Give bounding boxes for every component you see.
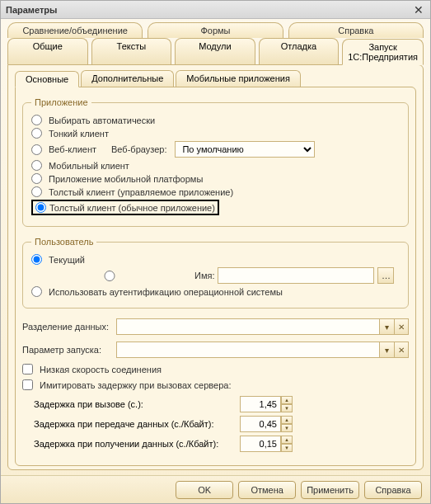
spin-down-recv[interactable]: ▼: [281, 444, 293, 452]
application-group: Приложение Выбирать автоматически Тонкий…: [22, 97, 409, 227]
label-thin: Тонкий клиент: [49, 129, 109, 139]
input-launch-param[interactable]: [116, 341, 379, 358]
tab-launch-1c[interactable]: Запуск 1С:Предприятия: [342, 39, 424, 65]
close-icon[interactable]: ✕: [412, 3, 425, 16]
select-web-browser[interactable]: По умолчанию: [175, 141, 315, 158]
tabs-upper-row: Сравнение/объединение Формы Справка: [1, 19, 430, 38]
label-user-name: Имя:: [194, 271, 214, 280]
tab-panel: Основные Дополнительные Мобильные прилож…: [7, 64, 424, 470]
tab-texts[interactable]: Тексты: [91, 38, 172, 64]
subpanel-main: Приложение Выбирать автоматически Тонкий…: [15, 87, 416, 466]
launch-param-clear-icon[interactable]: ✕: [394, 341, 409, 358]
row-launch-param: Параметр запуска: ▾ ✕: [22, 341, 409, 358]
radio-web[interactable]: [31, 144, 42, 155]
radio-auto[interactable]: [31, 115, 42, 125]
user-group: Пользователь Текущий Имя: … Использовать…: [22, 237, 409, 309]
label-mobile-client: Мобильный клиент: [49, 161, 129, 171]
label-delay-call: Задержка при вызове (с.):: [34, 399, 240, 409]
spin-up-call[interactable]: ▲: [281, 396, 293, 404]
help-button[interactable]: Справка: [364, 481, 422, 499]
data-separation-dropdown-icon[interactable]: ▾: [379, 318, 394, 335]
user-legend: Пользователь: [31, 237, 96, 247]
delay-group: Задержка при вызове (с.): ▲▼ Задержка пр…: [34, 393, 409, 455]
label-auto: Выбирать автоматически: [49, 115, 155, 125]
tab-general[interactable]: Общие: [7, 38, 88, 64]
user-name-browse-button[interactable]: …: [377, 267, 394, 284]
tab-help-upper[interactable]: Справка: [288, 22, 424, 38]
input-delay-call[interactable]: [240, 396, 281, 412]
input-delay-send[interactable]: [240, 416, 281, 432]
titlebar: Параметры ✕: [1, 1, 430, 19]
highlight-thick-ordinary: Толстый клиент (обычное приложение): [31, 200, 219, 215]
label-slow-connection: Низкая скорость соединения: [40, 365, 162, 374]
input-delay-recv[interactable]: [240, 436, 281, 452]
label-thick-ordinary: Толстый клиент (обычное приложение): [49, 203, 215, 213]
parameters-window: Параметры ✕ Сравнение/объединение Формы …: [0, 0, 431, 504]
label-launch-param: Параметр запуска:: [22, 345, 111, 355]
subtab-mobile-apps[interactable]: Мобильные приложения: [176, 70, 301, 87]
label-current-user: Текущий: [49, 255, 85, 265]
tabs-lower-row: Общие Тексты Модули Отладка Запуск 1С:Пр…: [1, 38, 430, 64]
application-legend: Приложение: [31, 97, 91, 107]
label-delay-send: Задержка при передаче данных (с./Кбайт):: [34, 419, 240, 429]
window-title: Параметры: [6, 5, 412, 15]
ok-button[interactable]: OK: [176, 481, 233, 499]
radio-current-user[interactable]: [31, 254, 42, 265]
radio-mobile-platform[interactable]: [31, 173, 42, 184]
apply-button[interactable]: Применить: [301, 481, 359, 499]
label-data-separation: Разделение данных:: [22, 322, 111, 332]
label-web: Веб-клиент: [49, 144, 96, 154]
label-os-auth: Использовать аутентификацию операционной…: [49, 287, 283, 297]
label-web-browser: Веб-браузер:: [111, 144, 166, 154]
checkbox-slow-connection[interactable]: [22, 364, 33, 374]
subtab-additional[interactable]: Дополнительные: [81, 70, 174, 87]
footer: OK Отмена Применить Справка: [1, 475, 430, 503]
spin-up-send[interactable]: ▲: [281, 416, 293, 424]
radio-thin[interactable]: [31, 128, 42, 139]
radio-user-name[interactable]: [31, 271, 188, 281]
tab-debug[interactable]: Отладка: [259, 38, 340, 64]
radio-os-auth[interactable]: [31, 286, 42, 297]
row-data-separation: Разделение данных: ▾ ✕: [22, 318, 409, 335]
checkbox-simulate-delay[interactable]: [22, 379, 33, 390]
radio-thick-ordinary[interactable]: [35, 202, 46, 213]
subtabs: Основные Дополнительные Мобильные прилож…: [10, 68, 421, 87]
cancel-button[interactable]: Отмена: [238, 481, 296, 499]
tab-forms[interactable]: Формы: [148, 22, 283, 38]
label-simulate-delay: Имитировать задержку при вызовах сервера…: [40, 380, 231, 390]
spin-up-recv[interactable]: ▲: [281, 436, 293, 444]
label-delay-recv: Задержка при получении данных (с./Кбайт)…: [34, 439, 240, 449]
label-mobile-platform: Приложение мобильной платформы: [49, 174, 203, 184]
tab-compare[interactable]: Сравнение/объединение: [7, 22, 143, 38]
spin-down-send[interactable]: ▼: [281, 424, 293, 432]
radio-thick-managed[interactable]: [31, 186, 42, 197]
launch-param-dropdown-icon[interactable]: ▾: [379, 341, 394, 358]
radio-mobile-client[interactable]: [31, 160, 42, 171]
input-user-name[interactable]: [218, 267, 374, 284]
spin-down-call[interactable]: ▼: [281, 404, 293, 412]
subtab-main[interactable]: Основные: [15, 71, 79, 87]
data-separation-clear-icon[interactable]: ✕: [394, 318, 409, 335]
label-thick-managed: Толстый клиент (управляемое приложение): [49, 187, 233, 197]
input-data-separation[interactable]: [116, 318, 379, 335]
tab-modules[interactable]: Модули: [175, 38, 255, 64]
